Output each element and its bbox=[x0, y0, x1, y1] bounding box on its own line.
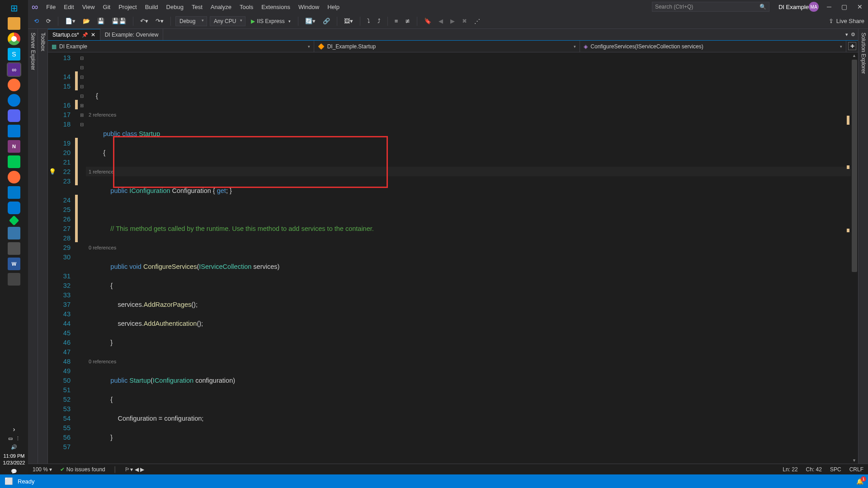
undo-button[interactable]: ↶▾ bbox=[138, 16, 151, 26]
menu-project[interactable]: Project bbox=[115, 2, 140, 12]
notifications-icon[interactable]: 💬 bbox=[11, 469, 17, 474]
clear-bookmark-button[interactable]: ✖ bbox=[460, 16, 469, 26]
save-button[interactable]: 💾 bbox=[95, 16, 107, 26]
overflow-button[interactable]: ⋰ bbox=[472, 16, 482, 26]
live-share-button[interactable]: ⇪Live Share bbox=[829, 18, 864, 24]
forward-button[interactable]: ⟳ bbox=[44, 16, 53, 26]
member-selector[interactable]: ◈ConfigureServices(IServiceCollection se… bbox=[580, 41, 846, 52]
user-avatar[interactable]: MA bbox=[809, 2, 819, 12]
open-button[interactable]: 📂 bbox=[80, 16, 92, 26]
explorer-icon[interactable] bbox=[8, 17, 20, 30]
menu-edit[interactable]: Edit bbox=[60, 2, 77, 12]
pin-icon[interactable]: 📌 bbox=[82, 32, 88, 38]
codelens-references[interactable]: 1 reference bbox=[86, 167, 858, 177]
navigation-bar: ▦DI Example 🔶DI_Example.Startup ◈Configu… bbox=[48, 41, 858, 52]
messages-icon[interactable] bbox=[8, 202, 20, 214]
zoom-level[interactable]: 100 % ▾ bbox=[33, 466, 52, 473]
word-icon[interactable]: W bbox=[8, 258, 20, 270]
code-content[interactable]: 💡 { 2 references public class Startup { … bbox=[86, 52, 858, 464]
clock[interactable]: 11:09 PM1/23/2022 bbox=[3, 453, 25, 466]
line-ending[interactable]: CRLF bbox=[849, 466, 863, 473]
bookmark-button[interactable]: 🔖 bbox=[422, 16, 434, 26]
battery-icon[interactable]: ▭ bbox=[8, 436, 13, 441]
menu-extensions[interactable]: Extensions bbox=[258, 2, 294, 12]
menu-git[interactable]: Git bbox=[99, 2, 114, 12]
edge-icon[interactable] bbox=[8, 94, 20, 107]
server-explorer-tab[interactable]: Server Explorer bbox=[28, 29, 38, 464]
discord-icon[interactable] bbox=[8, 109, 20, 122]
expand-tray-icon[interactable]: › bbox=[13, 426, 15, 433]
menu-window[interactable]: Window bbox=[295, 2, 323, 12]
close-button[interactable]: ✕ bbox=[855, 3, 864, 10]
class-selector[interactable]: 🔶DI_Example.Startup bbox=[314, 41, 580, 52]
green-app-icon[interactable] bbox=[8, 155, 20, 168]
wifi-icon[interactable]: ⋮ bbox=[15, 436, 20, 441]
redo-button[interactable]: ↷▾ bbox=[153, 16, 166, 26]
status-ready: Ready bbox=[18, 478, 35, 485]
menu-view[interactable]: View bbox=[79, 2, 99, 12]
search-input[interactable]: Search (Ctrl+Q)🔍 bbox=[652, 2, 769, 12]
firefox-icon[interactable] bbox=[8, 79, 20, 91]
menu-file[interactable]: File bbox=[42, 2, 59, 12]
issues-status[interactable]: ✔ No issues found bbox=[60, 466, 105, 473]
menu-test[interactable]: Test bbox=[188, 2, 206, 12]
status-search-icon[interactable]: ⬜ bbox=[5, 477, 13, 485]
chrome-icon[interactable] bbox=[8, 33, 20, 45]
tab-overflow-icon[interactable]: ▾ bbox=[845, 32, 848, 38]
indent-mode[interactable]: SPC bbox=[830, 466, 841, 473]
codelens-references[interactable]: 0 references bbox=[86, 243, 858, 253]
step-into-button[interactable]: ⤵ bbox=[365, 16, 373, 26]
browser-link-button[interactable]: 🔗 bbox=[321, 16, 332, 26]
uncomment-button[interactable]: ≢ bbox=[403, 16, 412, 26]
minimize-button[interactable]: ─ bbox=[825, 3, 833, 10]
azure-icon[interactable] bbox=[8, 125, 20, 137]
share-icon: ⇪ bbox=[829, 18, 834, 24]
vertical-scrollbar[interactable]: ▲ ▼ bbox=[851, 52, 858, 464]
volume-icon[interactable]: 🔊 bbox=[11, 444, 17, 450]
diamond-app-icon[interactable] bbox=[9, 216, 19, 226]
tab-startup-cs[interactable]: Startup.cs*📌✕ bbox=[48, 29, 100, 40]
code-editor[interactable]: 13 1415 161718 1920212223 24252627282930… bbox=[48, 52, 858, 464]
platform-selector[interactable]: Any CPU bbox=[210, 16, 245, 26]
cloud-icon[interactable] bbox=[8, 242, 20, 255]
visual-studio-icon[interactable]: ∞ bbox=[8, 63, 20, 76]
postman-icon[interactable] bbox=[8, 171, 20, 183]
left-tool-rails: Server Explorer Toolbox bbox=[28, 29, 48, 464]
codelens-references[interactable]: 2 references bbox=[86, 110, 858, 120]
menu-debug[interactable]: Debug bbox=[163, 2, 187, 12]
codelens-references[interactable]: 0 references bbox=[86, 357, 858, 366]
close-tab-icon[interactable]: ✕ bbox=[91, 32, 95, 38]
refresh-button[interactable]: 🔄▾ bbox=[303, 16, 318, 26]
prev-bookmark-button[interactable]: ◀ bbox=[436, 16, 445, 26]
project-selector[interactable]: ▦DI Example bbox=[48, 41, 314, 52]
toolbox-tab[interactable]: Toolbox bbox=[38, 29, 48, 464]
tab-settings-icon[interactable]: ⚙ bbox=[851, 32, 855, 38]
notifications-bell-icon[interactable]: 🔔 bbox=[856, 478, 863, 485]
step-over-button[interactable]: ⤴ bbox=[375, 16, 383, 26]
image-button[interactable]: 🖼▾ bbox=[342, 16, 355, 26]
onenote-icon[interactable]: N bbox=[8, 140, 20, 153]
terminal-icon[interactable] bbox=[8, 273, 20, 286]
next-bookmark-button[interactable]: ▶ bbox=[448, 16, 457, 26]
start-button[interactable]: ⊞ bbox=[8, 2, 20, 14]
error-nav[interactable]: 🏳▾ ◀ ▶ bbox=[125, 466, 144, 473]
maximize-button[interactable]: ▢ bbox=[840, 3, 849, 10]
menu-build[interactable]: Build bbox=[142, 2, 162, 12]
new-item-button[interactable]: 📄▾ bbox=[63, 16, 78, 26]
save-all-button[interactable]: 💾💾 bbox=[109, 16, 128, 26]
split-editor-button[interactable]: ✚ bbox=[848, 42, 856, 50]
comment-button[interactable]: ≡ bbox=[392, 16, 401, 26]
run-button[interactable]: ▶IIS Express▾ bbox=[248, 17, 293, 26]
menu-analyze[interactable]: Analyze bbox=[207, 2, 235, 12]
skype-icon[interactable]: S bbox=[8, 48, 20, 61]
menu-tools[interactable]: Tools bbox=[236, 2, 257, 12]
vscode-icon[interactable] bbox=[8, 186, 20, 199]
configuration-selector[interactable]: Debug bbox=[175, 16, 207, 26]
back-button[interactable]: ⟲ bbox=[32, 16, 41, 26]
tab-overview[interactable]: DI Example: Overview bbox=[100, 29, 164, 40]
fold-column[interactable]: ⊟⊟⊟⊟⊟⊞⊞⊟ bbox=[78, 52, 86, 464]
solution-explorer-tab[interactable]: Solution Explorer bbox=[858, 29, 868, 464]
menu-help[interactable]: Help bbox=[324, 2, 343, 12]
pycharm-icon[interactable] bbox=[8, 227, 20, 239]
lightbulb-icon[interactable]: 💡 bbox=[49, 167, 56, 176]
